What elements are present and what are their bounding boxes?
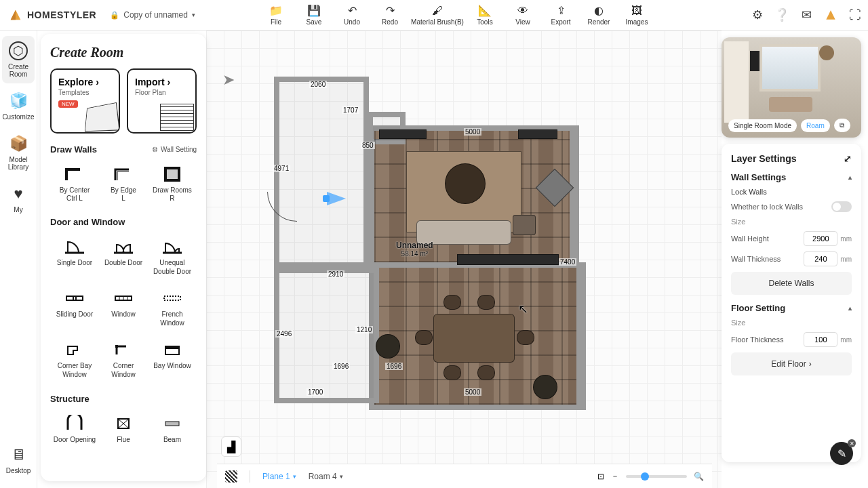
texture-toggle[interactable]: [225, 470, 237, 483]
dining-chair[interactable]: [477, 295, 495, 310]
compass-icon[interactable]: ➤: [222, 71, 235, 89]
rail-create-room[interactable]: ⬡ Create Room: [2, 36, 35, 83]
edit-floor-button[interactable]: Edit Floor ›: [731, 352, 852, 375]
dim: 7400: [559, 258, 576, 266]
tool-flue[interactable]: Flue: [99, 409, 148, 452]
plant[interactable]: [533, 375, 557, 399]
corner-bay-icon: [64, 341, 85, 359]
my-icon: ♥: [9, 184, 28, 203]
roam-mode-button[interactable]: Roam: [801, 119, 830, 132]
armchair[interactable]: [513, 215, 536, 235]
rail-desktop[interactable]: 🖥 Desktop: [2, 440, 35, 480]
render-icon: ◐: [594, 4, 604, 17]
zoom-in-icon[interactable]: 🔍: [694, 472, 704, 481]
dining-chair[interactable]: [443, 295, 461, 310]
dining-chair[interactable]: [415, 330, 433, 345]
tool-french-window[interactable]: French Window: [148, 284, 197, 336]
menu-file[interactable]: 📁File: [258, 0, 294, 30]
homestyler-logo-icon[interactable]: [823, 7, 838, 22]
tv-console[interactable]: [457, 254, 559, 265]
menu-redo[interactable]: ↷Redo: [372, 0, 408, 30]
rail-customize[interactable]: 🧊 Customize: [2, 86, 35, 126]
tool-beam[interactable]: Beam: [148, 409, 197, 452]
create-room-panel: Create Room Explore › Templates NEW Impo…: [41, 34, 206, 481]
import-floorplan-card[interactable]: Import › Floor Plan: [127, 68, 197, 134]
desktop-icon: 🖥: [9, 445, 28, 464]
panel-title: Create Room: [50, 45, 197, 60]
menu-render[interactable]: ◐Render: [580, 0, 617, 30]
cabinet-right[interactable]: [518, 129, 557, 139]
tool-corner-window[interactable]: Corner Window: [99, 336, 148, 387]
settings-icon[interactable]: ⚙: [750, 7, 765, 22]
tool-draw-rooms[interactable]: Draw Rooms R: [148, 160, 197, 210]
svg-rect-7: [164, 296, 180, 300]
menu-tools[interactable]: 📐Tools: [467, 0, 503, 30]
window-icon: [113, 289, 134, 307]
dim: 1210: [355, 326, 373, 333]
menu-undo[interactable]: ↶Undo: [334, 0, 370, 30]
plant[interactable]: [376, 334, 400, 359]
roam-selector[interactable]: Roam 4▾: [309, 472, 343, 481]
help-icon[interactable]: ❔: [774, 7, 789, 22]
tool-corner-bay-window[interactable]: Corner Bay Window: [50, 336, 99, 387]
zoom-out-icon[interactable]: －: [611, 470, 619, 482]
dining-table[interactable]: [433, 314, 515, 363]
floor-switch-button[interactable]: ▟: [221, 436, 241, 457]
plane-selector[interactable]: Plane 1▾: [262, 472, 296, 481]
fullscreen-icon[interactable]: ⛶: [848, 7, 863, 22]
explore-templates-card[interactable]: Explore › Templates NEW: [50, 68, 120, 134]
delete-walls-button[interactable]: Delete Walls: [731, 272, 852, 295]
tool-by-edge[interactable]: By Edge L: [99, 160, 148, 210]
dining-chair[interactable]: [477, 365, 495, 380]
coffee-table[interactable]: [445, 163, 486, 204]
rail-my[interactable]: ♥ My: [2, 179, 35, 219]
dim: 2496: [275, 330, 293, 338]
feedback-fab[interactable]: ✎ ✕: [830, 442, 853, 465]
template-art-icon: [85, 102, 120, 131]
zoom-slider[interactable]: [626, 475, 687, 478]
menu-material-brush[interactable]: 🖌Material Brush(B): [410, 0, 465, 30]
tool-unequal-double-door[interactable]: Unequal Double Door: [148, 232, 197, 284]
logo[interactable]: HOMESTYLER: [0, 7, 104, 22]
wall-height-input[interactable]: [804, 231, 837, 246]
dining-chair[interactable]: [443, 365, 461, 380]
collapse-icon[interactable]: ▴: [848, 174, 852, 181]
wall-thickness-input[interactable]: [804, 251, 837, 266]
menu-export[interactable]: ⇪Export: [542, 0, 579, 30]
room-top-left[interactable]: [274, 77, 369, 268]
wall-setting-link[interactable]: ⚙Wall Setting: [152, 146, 197, 153]
lock-walls-toggle[interactable]: [831, 201, 852, 212]
dining-chair[interactable]: [517, 330, 534, 345]
floorplan-canvas[interactable]: ➤ Unnamed 58.14 m² 2060 1707 400 5000 85…: [206, 30, 722, 488]
menu-save[interactable]: 💾Save: [296, 0, 332, 30]
floor-thickness-input[interactable]: [804, 332, 837, 347]
mail-icon[interactable]: ✉: [799, 7, 814, 22]
preview-copy-button[interactable]: ⧉: [834, 119, 850, 132]
tool-sliding-door[interactable]: Sliding Door: [50, 284, 99, 336]
file-name-dropdown[interactable]: 🔒 Copy of unnamed ▾: [110, 10, 195, 20]
single-room-mode-button[interactable]: Single Room Mode: [728, 119, 797, 132]
cabinet-left[interactable]: [379, 129, 427, 139]
fit-screen-icon[interactable]: ⊡: [597, 472, 604, 481]
collapse-icon[interactable]: ▴: [848, 304, 852, 312]
expand-icon[interactable]: ⤢: [844, 153, 852, 164]
preview-shelf: [724, 41, 749, 123]
tool-single-door[interactable]: Single Door: [50, 232, 99, 284]
customize-icon: 🧊: [9, 92, 28, 110]
tool-bay-window[interactable]: Bay Window: [148, 336, 197, 387]
dim: 1696: [332, 363, 350, 370]
tool-by-center[interactable]: By Center Ctrl L: [50, 160, 99, 210]
menu-images[interactable]: 🖼Images: [618, 0, 655, 30]
tool-door-opening[interactable]: Door Opening: [50, 409, 99, 452]
rail-model-library[interactable]: 📦 Model Library: [2, 129, 35, 176]
brand-text: HOMESTYLER: [27, 9, 96, 20]
menu-view[interactable]: 👁View: [505, 0, 541, 30]
camera-marker[interactable]: [327, 192, 346, 205]
tool-double-door[interactable]: Double Door: [99, 232, 148, 284]
single-door-icon: [64, 238, 85, 256]
tool-window[interactable]: Window: [99, 284, 148, 336]
close-icon[interactable]: ✕: [848, 439, 856, 447]
by-center-icon: [64, 165, 85, 183]
export-icon: ⇪: [557, 4, 566, 17]
render-preview[interactable]: Single Room Mode Roam ⧉: [722, 37, 861, 138]
